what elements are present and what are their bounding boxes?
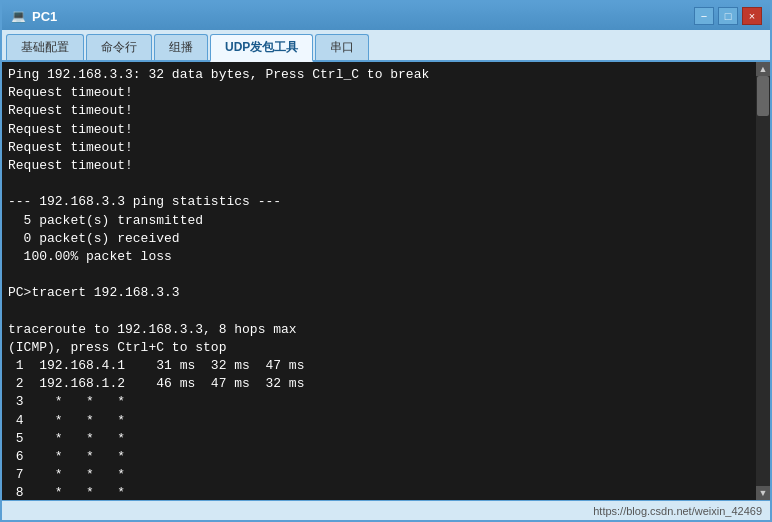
main-window: 💻 PC1 − □ × 基础配置 命令行 组播 UDP发包工具 串口 Ping … <box>0 0 772 522</box>
close-button[interactable]: × <box>742 7 762 25</box>
title-controls: − □ × <box>694 7 762 25</box>
scrollbar[interactable]: ▲ ▼ <box>756 62 770 500</box>
status-bar: https://blog.csdn.net/weixin_42469 <box>2 500 770 520</box>
scroll-thumb[interactable] <box>757 76 769 116</box>
terminal-text: Ping 192.168.3.3: 32 data bytes, Press C… <box>8 66 764 500</box>
tab-bar: 基础配置 命令行 组播 UDP发包工具 串口 <box>2 30 770 62</box>
scroll-down-button[interactable]: ▼ <box>756 486 770 500</box>
tab-multicast[interactable]: 组播 <box>154 34 208 60</box>
tab-command-line[interactable]: 命令行 <box>86 34 152 60</box>
window-title: PC1 <box>32 9 57 24</box>
terminal-container: Ping 192.168.3.3: 32 data bytes, Press C… <box>2 62 770 500</box>
title-bar: 💻 PC1 − □ × <box>2 2 770 30</box>
minimize-button[interactable]: − <box>694 7 714 25</box>
tab-udp-tool[interactable]: UDP发包工具 <box>210 34 313 62</box>
tab-basic-config[interactable]: 基础配置 <box>6 34 84 60</box>
restore-button[interactable]: □ <box>718 7 738 25</box>
tab-serial[interactable]: 串口 <box>315 34 369 60</box>
status-text: https://blog.csdn.net/weixin_42469 <box>593 505 762 517</box>
scroll-track[interactable] <box>756 76 770 486</box>
window-icon: 💻 <box>10 8 26 24</box>
title-bar-left: 💻 PC1 <box>10 8 57 24</box>
scroll-up-button[interactable]: ▲ <box>756 62 770 76</box>
terminal-output[interactable]: Ping 192.168.3.3: 32 data bytes, Press C… <box>2 62 770 500</box>
